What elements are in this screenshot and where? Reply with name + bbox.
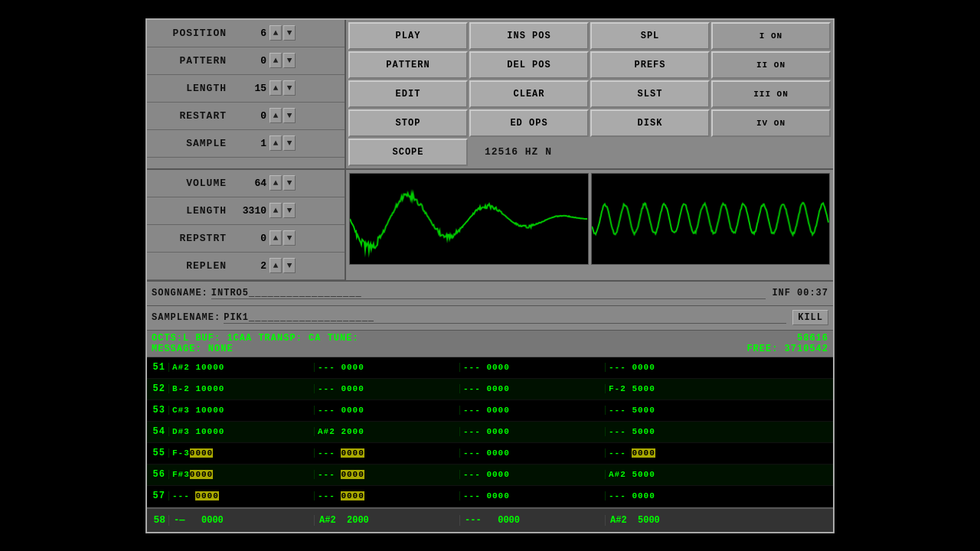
pattern-cell: A#2 5000 (605, 470, 750, 479)
volume-down[interactable]: ▼ (283, 175, 296, 191)
clear-button[interactable]: CLEAR (469, 80, 589, 108)
slength-row: LENGTH 3310 ▲ ▼ (147, 197, 345, 225)
pattern-cell: --- 5000 (605, 427, 750, 436)
songname-inf: INF (772, 288, 791, 298)
pattern-down[interactable]: ▼ (283, 53, 296, 68)
restart-label: RESTART (147, 110, 231, 122)
volume-value: 64 (231, 178, 270, 189)
sample-label: SAMPLE (147, 138, 231, 149)
del-pos-button[interactable]: DEL POS (469, 51, 589, 79)
volume-up[interactable]: ▲ (270, 175, 282, 191)
pattern-cell: --- 0000 (459, 491, 605, 500)
on1-button[interactable]: I ON (711, 22, 831, 50)
length-row: LENGTH 15 ▲ ▼ (147, 75, 345, 103)
restart-up[interactable]: ▲ (270, 108, 282, 123)
bottom-num: 58 (147, 514, 168, 526)
waveform-right (591, 173, 831, 265)
pattern-cell: D#3 10000 (168, 427, 314, 436)
scope-button[interactable]: SCOPE (348, 139, 468, 166)
replen-value: 2 (231, 260, 270, 272)
table-row: 53C#3 10000--- 0000--- 0000--- 5000 (147, 400, 833, 422)
position-label: POSITION (147, 28, 231, 39)
pattern-button[interactable]: PATTERN (348, 51, 468, 79)
table-row: 56F#30000--- 0000--- 0000A#2 5000 (147, 465, 833, 486)
replen-row: REPLEN 2 ▲ ▼ (147, 253, 345, 280)
table-row: 55F-30000--- 0000--- 0000--- 0000 (147, 443, 833, 465)
on3-button[interactable]: III ON (711, 80, 831, 108)
restart-down[interactable]: ▼ (283, 108, 296, 123)
pattern-label: PATTERN (147, 55, 231, 67)
pattern-cell: F-2 5000 (605, 384, 750, 393)
pattern-cell: --- 0000 (314, 448, 459, 458)
length-down[interactable]: ▼ (283, 80, 296, 96)
pattern-cell: --- 0000 (314, 491, 459, 500)
table-row: 54D#3 10000A#2 2000--- 0000--- 5000 (147, 422, 833, 443)
table-row: 57--- 0000--- 0000--- 0000--- 0000 (147, 486, 833, 507)
pattern-row: PATTERN 0 ▲ ▼ (147, 47, 345, 75)
on2-button[interactable]: II ON (711, 51, 831, 79)
pattern-cell: --- 0000 (459, 427, 605, 436)
pattern-value: 0 (231, 55, 270, 67)
sample-row: SAMPLE 1 ▲ ▼ (147, 130, 345, 158)
play-button[interactable]: PLAY (348, 22, 468, 50)
bottom-row: 58 -— 0000 A#2 2000 --- 0000 A#2 5000 (147, 507, 833, 532)
pattern-cell: --- 0000 (459, 448, 605, 458)
pattern-cell: --- 5000 (605, 406, 750, 415)
replen-up[interactable]: ▲ (270, 258, 282, 273)
slst-button[interactable]: SLST (590, 80, 710, 108)
position-row: POSITION 6 ▲ ▼ (147, 20, 345, 47)
ed-ops-button[interactable]: ED OPS (469, 109, 589, 137)
repstrt-value: 0 (231, 233, 270, 244)
pattern-cell: --- 0000 (605, 491, 750, 500)
pattern-cell: A#2 2000 (314, 427, 459, 436)
pattern-cell: C#3 10000 (168, 406, 314, 415)
sample-down[interactable]: ▼ (283, 135, 296, 151)
slength-label: LENGTH (147, 205, 231, 217)
slength-down[interactable]: ▼ (283, 203, 296, 218)
replen-down[interactable]: ▼ (283, 258, 296, 273)
samplename-label: SAMPLENAME: (152, 312, 220, 323)
ins-pos-button[interactable]: INS POS (469, 22, 589, 50)
on4-button[interactable]: IV ON (711, 109, 831, 137)
length-value: 15 (231, 83, 270, 94)
songname-row: SONGNAME: INTRO5__________________ INF 0… (147, 282, 833, 306)
samplename-row: SAMPLENAME: PIK1____________________ KIL… (147, 306, 833, 331)
info-right2: FREE: 3710542 (746, 344, 828, 354)
length-up[interactable]: ▲ (270, 80, 282, 96)
repstrt-row: REPSTRT 0 ▲ ▼ (147, 225, 345, 253)
pattern-cell: A#2 10000 (168, 363, 314, 372)
songname-value[interactable]: INTRO5__________________ (211, 288, 766, 299)
disk-button[interactable]: DISK (590, 109, 710, 137)
restart-value: 0 (231, 110, 270, 122)
spl-button[interactable]: SPL (590, 22, 710, 50)
info-left2: MESSAGE: NONE (152, 344, 234, 354)
info-right1: 58616 (797, 333, 828, 344)
pattern-cell: --- 0000 (605, 363, 750, 372)
samplename-kill[interactable]: KILL (792, 310, 828, 325)
slength-up[interactable]: ▲ (270, 203, 282, 218)
volume-row: VOLUME 64 ▲ ▼ (147, 170, 345, 197)
slength-value: 3310 (231, 205, 270, 217)
length-label: LENGTH (147, 83, 231, 94)
songname-time: 00:37 (797, 288, 828, 298)
repstrt-up[interactable]: ▲ (270, 230, 282, 246)
bottom-cell-3: --- 0000 (459, 515, 605, 526)
repstrt-down[interactable]: ▼ (283, 230, 296, 246)
table-row: 51A#2 10000--- 0000--- 0000--- 0000 (147, 357, 833, 379)
position-up[interactable]: ▲ (270, 25, 282, 41)
bottom-cell-4: A#2 5000 (605, 515, 750, 526)
pattern-cell: F#30000 (168, 470, 314, 479)
info-bar: OCTS:L BUF: 1CAA TRANSP: CA TUNE: 58616 … (147, 331, 833, 357)
pattern-up[interactable]: ▲ (270, 53, 282, 68)
samplename-value[interactable]: PIK1____________________ (224, 312, 786, 324)
edit-button[interactable]: EDIT (348, 80, 468, 108)
pattern-cell: --- 0000 (605, 448, 750, 458)
position-down[interactable]: ▼ (283, 25, 296, 41)
table-row: 52B-2 10000--- 0000--- 0000F-2 5000 (147, 379, 833, 400)
stop-button[interactable]: STOP (348, 109, 468, 137)
pattern-cell: --- 0000 (459, 363, 605, 372)
volume-label: VOLUME (147, 178, 231, 189)
info-left1: OCTS:L BUF: 1CAA TRANSP: CA TUNE: (152, 333, 359, 344)
sample-up[interactable]: ▲ (270, 135, 282, 151)
prefs-button[interactable]: PREFS (590, 51, 710, 79)
